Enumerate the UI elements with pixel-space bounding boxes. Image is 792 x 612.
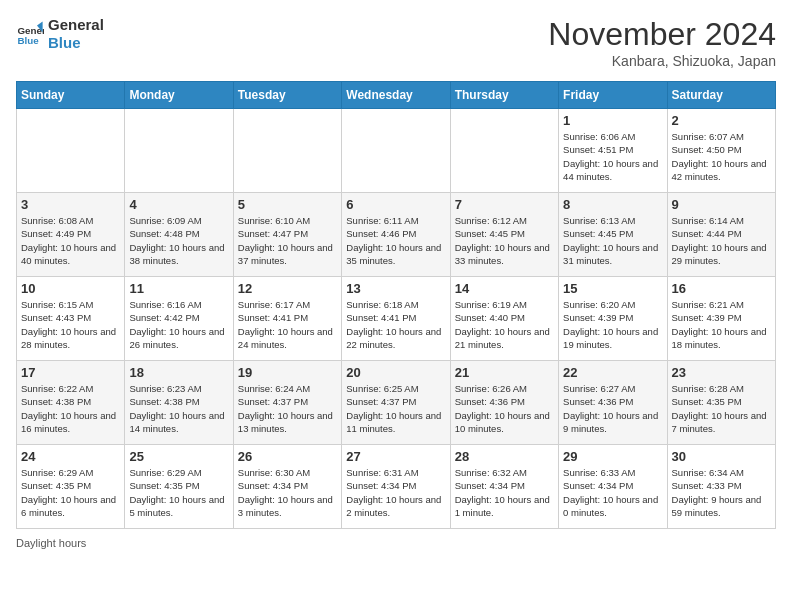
month-title: November 2024 [548, 16, 776, 53]
day-info: Sunrise: 6:13 AM Sunset: 4:45 PM Dayligh… [563, 214, 662, 267]
day-info: Sunrise: 6:23 AM Sunset: 4:38 PM Dayligh… [129, 382, 228, 435]
day-number: 22 [563, 365, 662, 380]
day-info: Sunrise: 6:09 AM Sunset: 4:48 PM Dayligh… [129, 214, 228, 267]
day-info: Sunrise: 6:33 AM Sunset: 4:34 PM Dayligh… [563, 466, 662, 519]
day-number: 17 [21, 365, 120, 380]
header-thursday: Thursday [450, 82, 558, 109]
day-number: 20 [346, 365, 445, 380]
day-info: Sunrise: 6:28 AM Sunset: 4:35 PM Dayligh… [672, 382, 771, 435]
week-row-0: 1Sunrise: 6:06 AM Sunset: 4:51 PM Daylig… [17, 109, 776, 193]
calendar-cell: 21Sunrise: 6:26 AM Sunset: 4:36 PM Dayli… [450, 361, 558, 445]
day-info: Sunrise: 6:32 AM Sunset: 4:34 PM Dayligh… [455, 466, 554, 519]
calendar-cell: 28Sunrise: 6:32 AM Sunset: 4:34 PM Dayli… [450, 445, 558, 529]
day-number: 27 [346, 449, 445, 464]
header-wednesday: Wednesday [342, 82, 450, 109]
day-info: Sunrise: 6:06 AM Sunset: 4:51 PM Dayligh… [563, 130, 662, 183]
calendar-cell: 12Sunrise: 6:17 AM Sunset: 4:41 PM Dayli… [233, 277, 341, 361]
day-number: 5 [238, 197, 337, 212]
day-number: 10 [21, 281, 120, 296]
day-info: Sunrise: 6:21 AM Sunset: 4:39 PM Dayligh… [672, 298, 771, 351]
calendar-cell: 13Sunrise: 6:18 AM Sunset: 4:41 PM Dayli… [342, 277, 450, 361]
logo-line1: General [48, 16, 104, 34]
day-info: Sunrise: 6:27 AM Sunset: 4:36 PM Dayligh… [563, 382, 662, 435]
day-number: 11 [129, 281, 228, 296]
week-row-1: 3Sunrise: 6:08 AM Sunset: 4:49 PM Daylig… [17, 193, 776, 277]
calendar-cell [450, 109, 558, 193]
day-info: Sunrise: 6:07 AM Sunset: 4:50 PM Dayligh… [672, 130, 771, 183]
calendar-cell: 19Sunrise: 6:24 AM Sunset: 4:37 PM Dayli… [233, 361, 341, 445]
day-info: Sunrise: 6:10 AM Sunset: 4:47 PM Dayligh… [238, 214, 337, 267]
logo-icon: General Blue [16, 20, 44, 48]
header-sunday: Sunday [17, 82, 125, 109]
logo-line2: Blue [48, 34, 104, 52]
page-header: General Blue General Blue November 2024 … [16, 16, 776, 69]
calendar-cell: 29Sunrise: 6:33 AM Sunset: 4:34 PM Dayli… [559, 445, 667, 529]
calendar-cell [342, 109, 450, 193]
calendar-cell: 17Sunrise: 6:22 AM Sunset: 4:38 PM Dayli… [17, 361, 125, 445]
calendar-cell: 4Sunrise: 6:09 AM Sunset: 4:48 PM Daylig… [125, 193, 233, 277]
day-info: Sunrise: 6:19 AM Sunset: 4:40 PM Dayligh… [455, 298, 554, 351]
day-info: Sunrise: 6:29 AM Sunset: 4:35 PM Dayligh… [129, 466, 228, 519]
day-number: 23 [672, 365, 771, 380]
day-number: 15 [563, 281, 662, 296]
calendar-cell: 7Sunrise: 6:12 AM Sunset: 4:45 PM Daylig… [450, 193, 558, 277]
calendar-cell [125, 109, 233, 193]
calendar-cell: 8Sunrise: 6:13 AM Sunset: 4:45 PM Daylig… [559, 193, 667, 277]
day-number: 25 [129, 449, 228, 464]
svg-text:Blue: Blue [17, 35, 39, 46]
calendar-cell: 18Sunrise: 6:23 AM Sunset: 4:38 PM Dayli… [125, 361, 233, 445]
day-info: Sunrise: 6:26 AM Sunset: 4:36 PM Dayligh… [455, 382, 554, 435]
logo: General Blue General Blue [16, 16, 104, 52]
day-info: Sunrise: 6:34 AM Sunset: 4:33 PM Dayligh… [672, 466, 771, 519]
day-info: Sunrise: 6:15 AM Sunset: 4:43 PM Dayligh… [21, 298, 120, 351]
day-number: 28 [455, 449, 554, 464]
day-number: 4 [129, 197, 228, 212]
calendar-cell: 24Sunrise: 6:29 AM Sunset: 4:35 PM Dayli… [17, 445, 125, 529]
day-number: 1 [563, 113, 662, 128]
header-row: SundayMondayTuesdayWednesdayThursdayFrid… [17, 82, 776, 109]
calendar-cell: 23Sunrise: 6:28 AM Sunset: 4:35 PM Dayli… [667, 361, 775, 445]
calendar-cell [233, 109, 341, 193]
title-block: November 2024 Kanbara, Shizuoka, Japan [548, 16, 776, 69]
calendar-cell: 26Sunrise: 6:30 AM Sunset: 4:34 PM Dayli… [233, 445, 341, 529]
calendar-cell: 10Sunrise: 6:15 AM Sunset: 4:43 PM Dayli… [17, 277, 125, 361]
day-number: 6 [346, 197, 445, 212]
day-info: Sunrise: 6:29 AM Sunset: 4:35 PM Dayligh… [21, 466, 120, 519]
header-tuesday: Tuesday [233, 82, 341, 109]
calendar-cell: 3Sunrise: 6:08 AM Sunset: 4:49 PM Daylig… [17, 193, 125, 277]
day-info: Sunrise: 6:31 AM Sunset: 4:34 PM Dayligh… [346, 466, 445, 519]
day-number: 16 [672, 281, 771, 296]
calendar-cell: 5Sunrise: 6:10 AM Sunset: 4:47 PM Daylig… [233, 193, 341, 277]
week-row-2: 10Sunrise: 6:15 AM Sunset: 4:43 PM Dayli… [17, 277, 776, 361]
day-number: 19 [238, 365, 337, 380]
calendar-cell: 25Sunrise: 6:29 AM Sunset: 4:35 PM Dayli… [125, 445, 233, 529]
day-number: 24 [21, 449, 120, 464]
calendar-cell: 11Sunrise: 6:16 AM Sunset: 4:42 PM Dayli… [125, 277, 233, 361]
day-info: Sunrise: 6:20 AM Sunset: 4:39 PM Dayligh… [563, 298, 662, 351]
header-friday: Friday [559, 82, 667, 109]
day-number: 7 [455, 197, 554, 212]
header-monday: Monday [125, 82, 233, 109]
calendar-cell: 14Sunrise: 6:19 AM Sunset: 4:40 PM Dayli… [450, 277, 558, 361]
calendar-cell: 16Sunrise: 6:21 AM Sunset: 4:39 PM Dayli… [667, 277, 775, 361]
day-info: Sunrise: 6:11 AM Sunset: 4:46 PM Dayligh… [346, 214, 445, 267]
day-number: 26 [238, 449, 337, 464]
header-saturday: Saturday [667, 82, 775, 109]
footer: Daylight hours [16, 537, 776, 549]
calendar-cell: 30Sunrise: 6:34 AM Sunset: 4:33 PM Dayli… [667, 445, 775, 529]
day-info: Sunrise: 6:24 AM Sunset: 4:37 PM Dayligh… [238, 382, 337, 435]
calendar-cell: 9Sunrise: 6:14 AM Sunset: 4:44 PM Daylig… [667, 193, 775, 277]
day-number: 3 [21, 197, 120, 212]
day-info: Sunrise: 6:12 AM Sunset: 4:45 PM Dayligh… [455, 214, 554, 267]
day-info: Sunrise: 6:17 AM Sunset: 4:41 PM Dayligh… [238, 298, 337, 351]
calendar-cell: 22Sunrise: 6:27 AM Sunset: 4:36 PM Dayli… [559, 361, 667, 445]
day-number: 13 [346, 281, 445, 296]
day-number: 29 [563, 449, 662, 464]
day-info: Sunrise: 6:25 AM Sunset: 4:37 PM Dayligh… [346, 382, 445, 435]
day-info: Sunrise: 6:14 AM Sunset: 4:44 PM Dayligh… [672, 214, 771, 267]
day-info: Sunrise: 6:16 AM Sunset: 4:42 PM Dayligh… [129, 298, 228, 351]
calendar-cell: 6Sunrise: 6:11 AM Sunset: 4:46 PM Daylig… [342, 193, 450, 277]
day-number: 9 [672, 197, 771, 212]
day-info: Sunrise: 6:18 AM Sunset: 4:41 PM Dayligh… [346, 298, 445, 351]
calendar-cell [17, 109, 125, 193]
